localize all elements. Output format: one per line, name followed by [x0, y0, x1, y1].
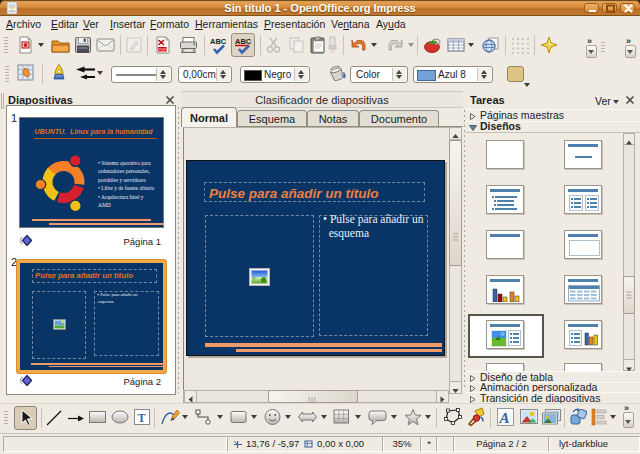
svg-text:PDF: PDF	[159, 48, 167, 52]
svg-text:ABC: ABC	[210, 37, 227, 46]
svg-text:T: T	[138, 411, 146, 425]
svg-text:A: A	[499, 410, 510, 426]
svg-text:ABC: ABC	[235, 37, 252, 46]
